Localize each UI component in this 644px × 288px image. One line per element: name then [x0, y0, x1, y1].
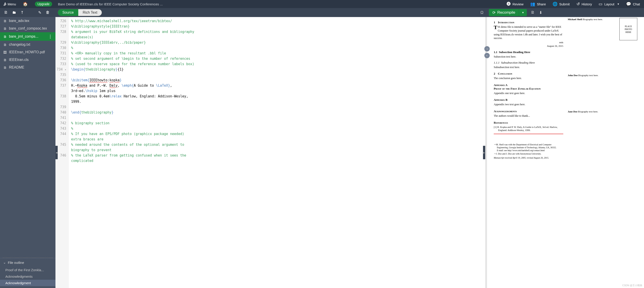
file-icon: 🗎: [3, 58, 7, 62]
topbar: 𝑏 Menu 🏠 Upgrade Bare Demo of IEEEtran.c…: [0, 0, 644, 8]
menu-label: Menu: [8, 2, 16, 6]
outline-list: Proof of the First Zonkla...Acknowledgme…: [0, 267, 56, 288]
code-area[interactable]: % http://www.michaelshell.org/tex/ieeetr…: [69, 17, 485, 288]
sync-code-to-pdf-button[interactable]: →: [484, 46, 490, 52]
line-number: 734 ▾: [56, 67, 66, 72]
home-button[interactable]: 🏠: [20, 0, 31, 8]
file-item[interactable]: 🖼IEEEtran_HOWTO.pdf: [0, 48, 56, 56]
code-line: % http://www.michaelshell.org/tex/ieeetr…: [71, 18, 485, 24]
outline-item[interactable]: Acknowledgment: [0, 280, 56, 286]
layout-button[interactable]: ▭Layout▼: [596, 0, 622, 8]
rename-button[interactable]: ✎: [36, 9, 44, 16]
menu-button[interactable]: 𝑏 Menu: [1, 0, 19, 8]
code-line: % argument is your BibTeX string definit…: [71, 29, 485, 35]
outline-item[interactable]: Proof of the First Zonkla...: [0, 267, 56, 273]
file-item[interactable]: 🗎bare_jrnl_comps...⋮: [0, 32, 56, 41]
code-line: [71, 72, 485, 77]
code-line: % <OR> manually copy in the resultant .b…: [71, 51, 485, 56]
topbar-right: 🅐Review 👥Share 🌐Submit ↺History ▭Layout▼…: [504, 0, 643, 8]
file-icon: 🗎: [3, 27, 7, 31]
history-button[interactable]: ↺History: [573, 0, 595, 8]
file-item[interactable]: 🗎bare_adv.tex: [0, 17, 56, 25]
upgrade-button[interactable]: Upgrade: [32, 0, 56, 8]
upgrade-badge: Upgrade: [35, 2, 52, 7]
editor-toolbar: Source Rich Text Ω: [56, 9, 487, 16]
logs-button[interactable]: 🗎: [529, 9, 536, 16]
line-number: 739: [56, 104, 66, 110]
code-line: % the LaTeX parser from getting confused…: [71, 153, 485, 158]
submit-button[interactable]: 🌐Submit: [550, 0, 573, 8]
share-icon: 👥: [530, 2, 535, 7]
intro-text: TIS demo file is intended to serve as a …: [494, 25, 563, 40]
file-icon: 🗎: [3, 43, 7, 47]
line-number: 729: [56, 40, 66, 45]
file-name: bare_adv.tex: [9, 19, 52, 23]
file-item[interactable]: 🗎changelog.txt: [0, 41, 56, 48]
code-line: \begin{thebibliography}{1}: [71, 67, 485, 72]
code-line: \end{thebibliography}: [71, 110, 485, 115]
new-folder-button[interactable]: 🖿: [10, 9, 18, 16]
line-number: [56, 136, 66, 142]
section-number: 1: [494, 21, 495, 24]
line-number: 736: [56, 77, 66, 83]
line-number: [56, 88, 66, 94]
outline-item[interactable]: Acknowledgments: [0, 273, 56, 280]
code-line: % needed around the contents of the opti…: [71, 142, 485, 147]
line-number: 737: [56, 83, 66, 88]
line-number: 740: [56, 110, 66, 115]
line-number: 742: [56, 120, 66, 126]
logo-icon: 𝑏: [4, 2, 6, 7]
code-line: %: [71, 45, 485, 51]
review-button[interactable]: 🅐Review: [504, 0, 526, 8]
file-tree: 🗎bare_adv.tex🗎bare_conf_compsoc.tex🗎bare…: [0, 17, 56, 257]
project-title[interactable]: Bare Demo of IEEEtran.cls for IEEE Compu…: [58, 2, 163, 6]
collapse-sidebar-button[interactable]: ◀: [56, 146, 58, 159]
file-item[interactable]: 🗎README: [0, 64, 56, 71]
file-name: IEEEtran_HOWTO.pdf: [9, 50, 52, 54]
chat-icon: 💬: [626, 2, 631, 7]
share-button[interactable]: 👥Share: [527, 0, 549, 8]
recompile-button[interactable]: ⟳ Recompile: [489, 9, 519, 16]
symbol-palette-button[interactable]: Ω: [480, 10, 484, 15]
pdf-preview[interactable]: 1Introduction TIS demo file is intended …: [487, 17, 644, 288]
recompile-dropdown[interactable]: ▼: [519, 9, 527, 16]
file-menu-button[interactable]: ⋮: [48, 34, 52, 39]
toolbar: 🗎 🖿 ⤒ ✎ 🗑 Source Rich Text Ω ⟳ Recompile…: [0, 8, 644, 17]
code-line: % (used to reserve space for the referen…: [71, 61, 485, 67]
new-file-button[interactable]: 🗎: [2, 9, 10, 16]
code-line: 1999.: [71, 99, 485, 104]
line-number: 728: [56, 29, 66, 35]
code-line: %\bibliography{IEEEabrv,../bib/paper}: [71, 40, 485, 45]
richtext-tab[interactable]: Rich Text: [78, 9, 102, 16]
file-item[interactable]: 🗎bare_conf_compsoc.tex: [0, 25, 56, 32]
file-name: changelog.txt: [9, 43, 52, 47]
download-pdf-button[interactable]: ⬇: [537, 9, 544, 16]
code-line: % If you have an EPS/PDF photo (graphicx…: [71, 131, 485, 136]
file-item[interactable]: 🗎IEEEtran.cls: [0, 56, 56, 64]
code-line: % biography section: [71, 120, 485, 126]
line-number: 743: [56, 126, 66, 131]
topbar-left: 𝑏 Menu 🏠 Upgrade Bare Demo of IEEEtran.c…: [1, 0, 163, 8]
sync-pdf-to-code-button[interactable]: ←: [484, 53, 490, 58]
code-line: %: [71, 126, 485, 131]
code-line: H.~Kopka and P.~W. Daly, \emph{A Guide t…: [71, 83, 485, 88]
upload-button[interactable]: ⤒: [18, 9, 26, 16]
outline-header[interactable]: ⌄ File outline: [0, 258, 56, 267]
chat-button[interactable]: 💬Chat: [623, 0, 643, 8]
code-editor[interactable]: ◀ 726727728729730731732733734 ▾735736737…: [56, 17, 485, 288]
history-icon: ↺: [576, 2, 580, 7]
line-number: 727: [56, 24, 66, 29]
footnote: • M. Shell was with the Department of El…: [494, 143, 563, 152]
photo-placeholder: PLACEPHOTOHERE: [620, 18, 637, 40]
refresh-icon: ⟳: [492, 10, 496, 15]
recompile-button-group: ⟳ Recompile ▼: [489, 9, 527, 16]
source-tab[interactable]: Source: [58, 9, 78, 16]
line-number: [56, 35, 66, 40]
collapse-preview-button[interactable]: ▶: [483, 146, 485, 159]
pane-splitter[interactable]: → ←: [485, 17, 487, 288]
line-number: [56, 99, 66, 104]
delete-button[interactable]: 🗑: [44, 9, 52, 16]
line-number: 741: [56, 115, 66, 120]
review-icon: 🅐: [507, 2, 511, 7]
watermark: CSDN @王小熊猫: [622, 284, 642, 287]
